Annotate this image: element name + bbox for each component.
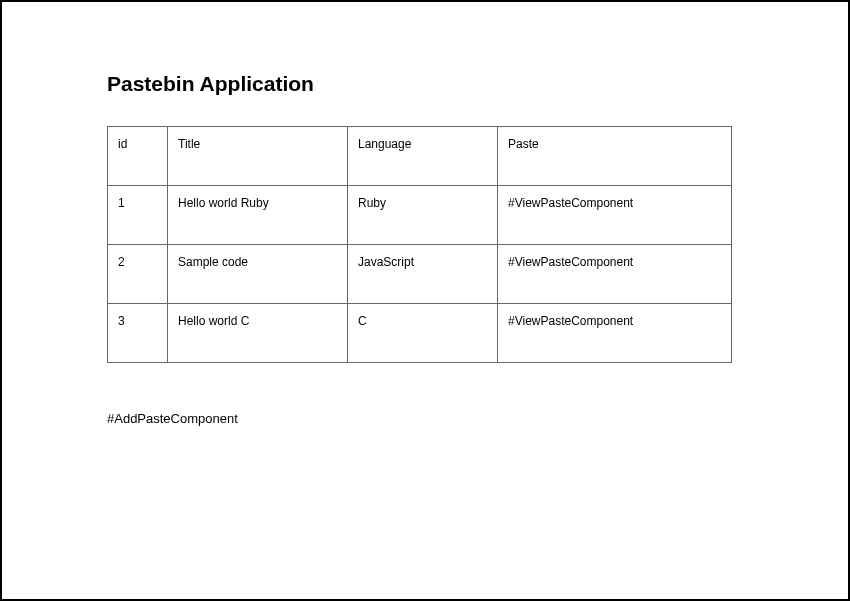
col-header-paste: Paste [498,127,732,186]
cell-title: Hello world Ruby [168,186,348,245]
cell-paste: #ViewPasteComponent [498,245,732,304]
cell-id: 3 [108,304,168,363]
cell-paste: #ViewPasteComponent [498,186,732,245]
cell-title: Hello world C [168,304,348,363]
cell-paste: #ViewPasteComponent [498,304,732,363]
table-row: 2 Sample code JavaScript #ViewPasteCompo… [108,245,732,304]
cell-language: JavaScript [348,245,498,304]
col-header-title: Title [168,127,348,186]
table-row: 1 Hello world Ruby Ruby #ViewPasteCompon… [108,186,732,245]
cell-language: Ruby [348,186,498,245]
table-header-row: id Title Language Paste [108,127,732,186]
col-header-id: id [108,127,168,186]
add-paste-component: #AddPasteComponent [107,411,743,426]
cell-language: C [348,304,498,363]
page-title: Pastebin Application [107,72,743,96]
table-row: 3 Hello world C C #ViewPasteComponent [108,304,732,363]
paste-table: id Title Language Paste 1 Hello world Ru… [107,126,732,363]
cell-title: Sample code [168,245,348,304]
col-header-language: Language [348,127,498,186]
page-frame: Pastebin Application id Title Language P… [0,0,850,601]
cell-id: 1 [108,186,168,245]
cell-id: 2 [108,245,168,304]
